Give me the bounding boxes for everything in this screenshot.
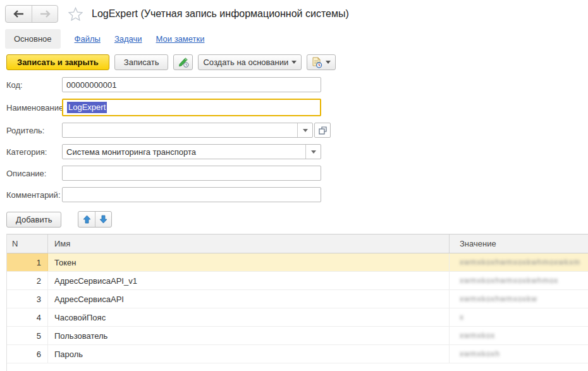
caret-down-icon <box>303 129 308 132</box>
favorite-star-icon[interactable] <box>68 7 83 21</box>
tab-main[interactable]: Основное <box>5 29 61 49</box>
table-row[interactable]: 6 Пароль xwmxkoxh <box>7 345 588 363</box>
tab-files[interactable]: Файлы <box>75 29 101 49</box>
list-command-bar: Добавить <box>6 211 588 228</box>
tab-tasks[interactable]: Задачи <box>114 29 142 49</box>
name-input[interactable]: LogExpert <box>62 99 321 116</box>
parent-dropdown-button[interactable] <box>297 123 312 137</box>
caret-down-icon <box>311 150 316 154</box>
column-header-name[interactable]: Имя <box>48 234 450 253</box>
parent-label: Родитель: <box>0 126 62 135</box>
column-header-n[interactable]: N <box>7 234 48 253</box>
move-row-group <box>78 211 112 228</box>
field-row-code: Код: 00000000001 <box>0 77 588 92</box>
move-down-button[interactable] <box>95 212 111 227</box>
row-number: 4 <box>7 308 48 326</box>
save-button[interactable]: Записать <box>114 54 169 70</box>
back-button[interactable] <box>6 6 32 22</box>
row-name: АдресСервисаAPI_v1 <box>48 272 450 289</box>
page-title: LogExpert (Учетная запись информационной… <box>92 8 349 20</box>
open-window-icon <box>319 126 327 135</box>
arrow-left-icon <box>13 10 25 18</box>
reports-menu-button[interactable] <box>307 54 336 70</box>
attributes-form: Код: 00000000001 Наименование: LogExpert… <box>0 77 588 202</box>
row-value-redacted: xwmxkoxhwmxoxkw <box>460 295 537 303</box>
create-based-on-label: Создать на основании <box>203 58 288 67</box>
tab-my-notes[interactable]: Мои заметки <box>156 29 205 49</box>
field-row-name: Наименование: LogExpert <box>0 99 588 116</box>
table-row[interactable]: 2 АдресСервисаAPI_v1 xwmxkoxhwmxoxkwhmox <box>7 272 588 290</box>
caret-down-icon <box>326 61 331 64</box>
window-header: LogExpert (Учетная запись информационной… <box>0 0 588 23</box>
parent-open-button[interactable] <box>314 123 331 138</box>
name-value-selected: LogExpert <box>67 102 107 113</box>
comment-input[interactable] <box>62 187 321 202</box>
category-value: Система мониторинга транспорта <box>63 145 305 159</box>
table-empty-space <box>7 363 588 371</box>
table-header-row: N Имя Значение <box>7 234 588 253</box>
row-name: ЧасовойПояс <box>48 308 450 326</box>
document-clock-icon <box>312 57 322 68</box>
category-input[interactable]: Система мониторинга транспорта <box>62 144 321 159</box>
forward-button[interactable] <box>32 6 58 22</box>
table-row[interactable]: 1 Токен xwmxkoxhwmxoxkwhmoxwkxm <box>7 253 588 272</box>
comment-label: Комментарий: <box>0 190 62 200</box>
row-name: АдресСервисаAPI <box>48 290 450 308</box>
row-value-redacted: xwmxkox <box>460 331 495 340</box>
table-row[interactable]: 3 АдресСервисаAPI xwmxkoxhwmxoxkw <box>7 290 588 308</box>
table-row[interactable]: 4 ЧасовойПояс x <box>7 308 588 327</box>
field-row-category: Категория: Система мониторинга транспорт… <box>0 144 588 159</box>
parameters-table: N Имя Значение 1 Токен xwmxkoxhwmxoxkwhm… <box>6 234 588 371</box>
row-number: 2 <box>7 272 48 289</box>
row-number: 3 <box>7 290 48 308</box>
row-value-redacted: xwmxkoxh <box>460 350 500 358</box>
code-input[interactable]: 00000000001 <box>62 77 321 92</box>
category-dropdown-button[interactable] <box>305 145 321 159</box>
category-label: Категория: <box>0 147 62 157</box>
row-number: 6 <box>7 345 48 363</box>
navigation-tabs: Основное Файлы Задачи Мои заметки <box>0 29 588 49</box>
arrow-down-icon <box>99 215 107 224</box>
nav-history-group <box>5 5 58 23</box>
caret-down-icon <box>291 61 297 64</box>
row-value-redacted: x <box>460 313 464 322</box>
row-value-redacted: xwmxkoxhwmxoxkwhmox <box>460 276 558 285</box>
code-label: Код: <box>0 80 62 90</box>
form-toolbar: Записать и закрыть Записать Создать на о… <box>0 54 588 70</box>
row-name: Пользователь <box>48 327 450 344</box>
name-label: Наименование: <box>0 103 62 113</box>
column-header-value[interactable]: Значение <box>450 234 588 253</box>
row-name: Пароль <box>48 345 450 363</box>
move-up-button[interactable] <box>78 212 95 227</box>
field-row-parent: Родитель: <box>0 123 588 138</box>
create-based-on-button[interactable]: Создать на основании <box>198 54 302 70</box>
code-value: 00000000001 <box>66 80 117 90</box>
field-row-description: Описание: <box>0 166 588 181</box>
description-label: Описание: <box>0 169 62 178</box>
row-name: Токен <box>48 253 450 271</box>
arrow-up-icon <box>83 215 91 224</box>
row-number: 1 <box>7 253 48 271</box>
pencil-clock-icon <box>178 57 189 68</box>
description-input[interactable] <box>62 166 321 181</box>
change-history-button[interactable] <box>173 54 193 70</box>
add-row-button[interactable]: Добавить <box>6 212 61 228</box>
arrow-right-icon <box>39 10 51 18</box>
table-row[interactable]: 5 Пользователь xwmxkox <box>7 327 588 345</box>
row-number: 5 <box>7 327 48 344</box>
row-value-redacted: xwmxkoxhwmxoxkwhmoxwkxm <box>460 258 580 267</box>
parent-input[interactable] <box>62 123 313 138</box>
save-and-close-button[interactable]: Записать и закрыть <box>6 54 109 70</box>
parent-value <box>63 123 297 137</box>
field-row-comment: Комментарий: <box>0 187 588 202</box>
